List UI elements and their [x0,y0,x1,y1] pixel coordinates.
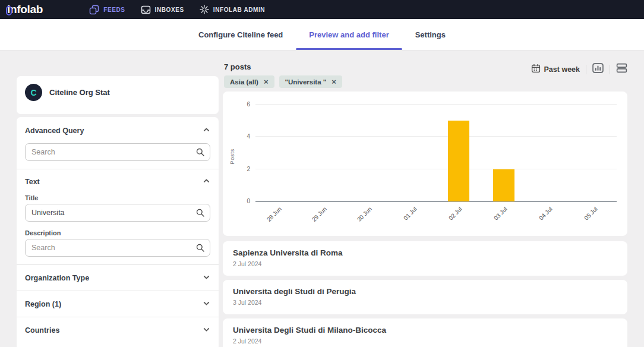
advanced-query-input[interactable] [25,143,210,161]
posts-list: Sapienza Universita di Roma2 Jul 2024Uni… [223,241,627,347]
section-label: Countries [25,326,59,335]
search-icon [195,208,205,220]
feed-name: Citeline Org Stat [49,88,110,97]
chevron-down-icon [203,273,210,283]
advanced-query-title: Advanced Query [25,127,84,135]
bar-03-jul[interactable] [493,169,514,201]
gridline [255,104,617,105]
tab-configure-citeline-feed[interactable]: Configure Citeline feed [185,19,296,50]
toolbar-separator [586,65,586,74]
x-axis-label: 02 Jul [447,206,463,222]
citeline-feed-icon: C [25,84,42,101]
preview-main: 7 posts Asia (all)×"Universita "× Past w… [223,62,627,347]
chip-remove-icon[interactable]: × [332,78,336,86]
date-range-label: Past week [544,65,580,74]
chevron-up-icon [203,177,210,187]
search-icon [195,147,205,159]
gridline [255,136,617,137]
chart-plot: 024628 Jun29 Jun30 Jun01 Jul02 Jul03 Jul… [255,105,617,201]
tab-settings[interactable]: Settings [402,19,459,50]
x-axis-label: 28 Jun [266,206,283,223]
x-axis-label: 05 Jul [583,206,599,222]
gridline [255,169,617,169]
x-axis-label: 30 Jun [356,206,373,223]
search-icon [195,243,205,255]
filters-sidebar: C Citeline Org Stat Advanced Query [17,76,219,347]
chevron-up-icon [203,126,210,135]
text-section-title: Text [25,178,40,186]
title-field[interactable] [25,204,210,222]
chevron-down-icon [203,299,210,309]
date-range-button[interactable]: Past week [531,64,580,75]
x-axis-label: 03 Jul [493,206,509,222]
nav-admin-label: INFOLAB ADMIN [213,7,265,13]
text-section-header[interactable]: Text [25,169,210,194]
chip-label: Asia (all) [230,78,258,86]
list-view-icon [616,63,627,75]
post-title: Sapienza Universita di Roma [233,248,617,257]
chevron-down-icon [203,326,210,335]
x-axis-label: 04 Jul [538,206,554,222]
nav-inboxes-label: INBOXES [155,7,184,13]
nav-admin[interactable]: INFOLAB ADMIN [200,5,265,14]
y-tick-label: 6 [247,101,250,108]
feeds-icon [89,5,99,15]
post-title: Universita degli Studi di Perugia [233,287,617,296]
bar-02-jul[interactable] [448,121,469,201]
calendar-icon [531,64,541,75]
infolab-logo[interactable]: infolab [7,3,43,16]
feed-tabbar: Configure Citeline feed Preview and add … [0,19,644,51]
advanced-query-header[interactable]: Advanced Query [25,118,210,143]
post-card[interactable]: Sapienza Universita di Roma2 Jul 2024 [223,241,627,276]
posts-count: 7 posts [224,62,342,71]
post-card[interactable]: Universita Degli Studi di Milano-Bicocca… [223,318,627,347]
sidebar-section-organization-type[interactable]: Organization Type [17,265,219,291]
chart-view-button[interactable] [592,63,604,75]
posts-chart-card: Posts 024628 Jun29 Jun30 Jun01 Jul02 Jul… [223,92,627,236]
chip-remove-icon[interactable]: × [264,78,269,86]
post-card[interactable]: Universita degli Studi di Perugia3 Jul 2… [223,280,627,314]
inbox-icon [141,5,151,15]
y-tick-label: 2 [247,166,250,172]
x-axis-line [255,201,617,202]
section-label: Region (1) [25,300,61,308]
y-axis-title: Posts [229,149,235,164]
logo-i-accent: i [7,3,10,16]
filters-card: Advanced Query Text [17,117,219,347]
chip-label: "Universita " [285,78,327,86]
post-date: 2 Jul 2024 [233,337,617,345]
logo-text: nfolab [10,3,43,15]
y-tick-label: 4 [247,133,250,140]
filter-chip: Asia (all)× [224,75,274,88]
y-tick-label: 0 [247,198,250,204]
post-date: 3 Jul 2024 [233,299,617,306]
sidebar-section-countries[interactable]: Countries [17,317,219,343]
description-field[interactable] [25,239,210,257]
post-date: 2 Jul 2024 [233,260,617,267]
nav-feeds-label: FEEDS [103,7,125,13]
post-title: Universita Degli Studi di Milano-Bicocca [233,326,617,335]
section-label: Organization Type [25,274,89,282]
x-axis-label: 29 Jun [311,206,328,223]
gear-icon [200,5,209,14]
bar-chart-icon [592,63,604,75]
tab-preview-and-add-filter[interactable]: Preview and add filter [296,19,402,50]
x-axis-label: 01 Jul [402,206,418,222]
filter-chips: Asia (all)×"Universita "× [224,75,342,88]
title-field-label: Title [25,194,210,201]
filter-chip: "Universita "× [279,75,342,88]
collapsed-sections: Organization TypeRegion (1)Countries [17,264,219,343]
nav-inboxes[interactable]: INBOXES [141,5,184,15]
list-view-button[interactable] [616,63,627,75]
toolbar-separator [610,65,610,74]
nav-feeds[interactable]: FEEDS [89,5,125,15]
feed-card[interactable]: C Citeline Org Stat [17,76,219,114]
sidebar-section-region-1[interactable]: Region (1) [17,291,219,317]
chart-toolbar: Past week [531,63,627,75]
top-navbar: infolab FEEDS INBOXES INFOLAB ADMIN [0,0,644,19]
description-field-label: Description [25,229,210,236]
